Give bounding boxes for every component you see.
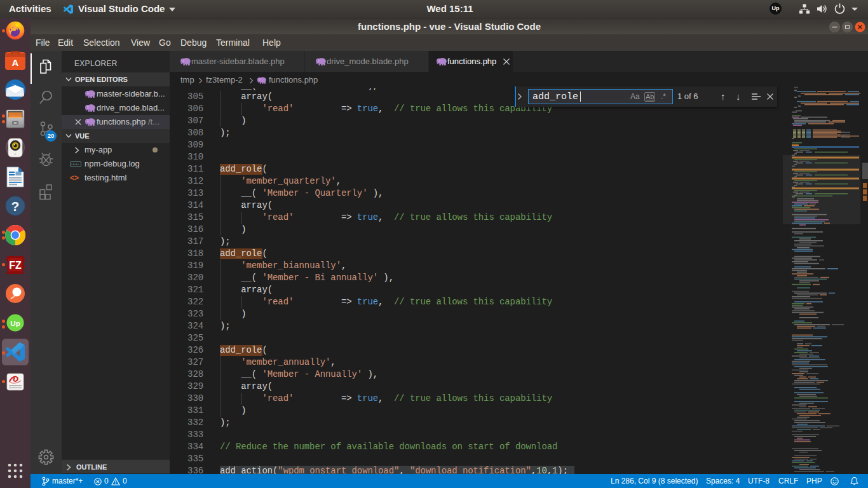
svg-text:Up: Up — [10, 319, 20, 327]
svg-text:FZ: FZ — [9, 260, 22, 271]
svg-text:?: ? — [11, 199, 20, 214]
svg-text:A: A — [12, 57, 19, 68]
